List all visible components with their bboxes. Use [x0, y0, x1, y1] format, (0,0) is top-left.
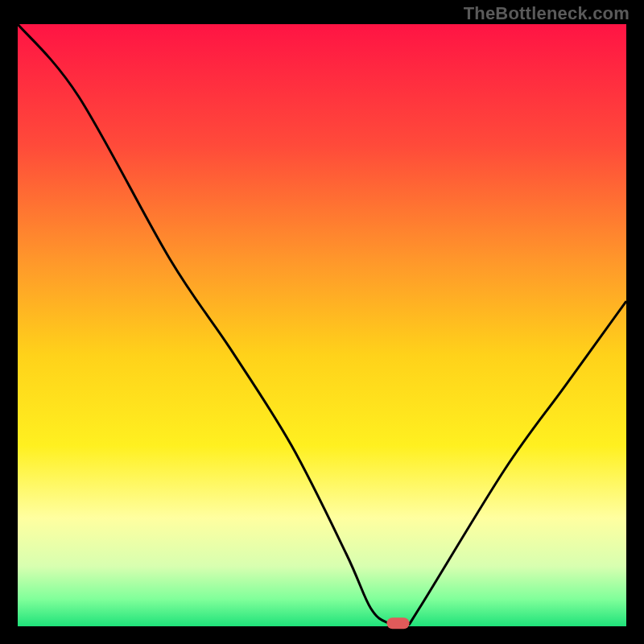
chart-frame: TheBottleneck.com [0, 0, 644, 644]
watermark-text: TheBottleneck.com [464, 3, 630, 24]
plot-background [18, 24, 626, 626]
bottleneck-chart [0, 0, 644, 644]
optimal-marker [387, 617, 410, 629]
